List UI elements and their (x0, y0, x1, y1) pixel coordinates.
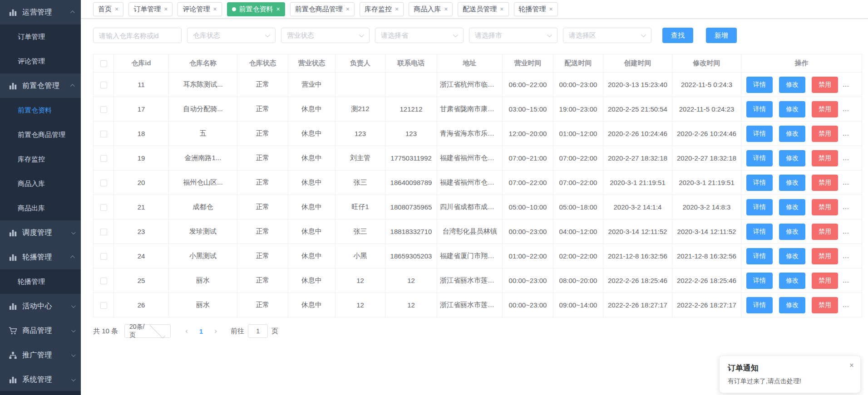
view-tab[interactable]: 评论管理 (178, 2, 222, 16)
sidebar-sub-item[interactable]: 商品入库 (0, 171, 81, 196)
view-tab[interactable]: 库存监控 (360, 2, 404, 16)
row-checkbox[interactable] (100, 253, 107, 260)
disable-button[interactable]: 禁用 (812, 101, 838, 117)
row-checkbox[interactable] (100, 155, 107, 162)
disable-button[interactable]: 禁用 (812, 273, 838, 289)
sidebar-group-head[interactable]: 推广管理 (0, 343, 81, 367)
find-button[interactable]: 查找 (662, 28, 693, 43)
close-icon[interactable] (444, 6, 448, 12)
sidebar-group-head[interactable]: 商品管理 (0, 318, 81, 343)
row-checkbox[interactable] (100, 278, 107, 284)
notification-message[interactable]: 有订单过来了,请点击处理! (728, 377, 852, 385)
close-icon[interactable] (346, 6, 350, 12)
toggle-business-button[interactable]: 营业 (845, 248, 862, 264)
toggle-business-button[interactable]: 营业 (845, 101, 862, 117)
detail-button[interactable]: 详情 (746, 77, 773, 93)
close-icon[interactable] (849, 361, 854, 369)
detail-button[interactable]: 详情 (746, 101, 773, 117)
toggle-business-button[interactable]: 营业 (845, 126, 862, 142)
disable-button[interactable]: 禁用 (812, 126, 838, 142)
view-tab[interactable]: 首页 (93, 2, 123, 16)
disable-button[interactable]: 禁用 (812, 77, 838, 93)
sidebar-sub-item[interactable]: 订单管理 (0, 24, 81, 49)
close-icon[interactable] (549, 6, 553, 12)
view-tab[interactable]: 前置仓商品管理 (290, 2, 355, 16)
edit-button[interactable]: 修改 (779, 77, 805, 93)
detail-button[interactable]: 详情 (746, 297, 773, 313)
toggle-business-button[interactable]: 营业 (845, 175, 862, 191)
view-tab[interactable]: 前置仓资料 (227, 2, 285, 16)
detail-button[interactable]: 详情 (746, 126, 773, 142)
next-page-icon[interactable] (208, 327, 223, 336)
detail-button[interactable]: 详情 (746, 199, 773, 215)
filter-select[interactable]: 请选择省 (375, 28, 464, 43)
prev-page-icon[interactable] (179, 327, 194, 336)
row-checkbox[interactable] (100, 180, 107, 186)
close-icon[interactable] (500, 6, 503, 12)
edit-button[interactable]: 修改 (779, 101, 805, 117)
disable-button[interactable]: 禁用 (812, 248, 838, 264)
disable-button[interactable]: 禁用 (812, 175, 838, 191)
detail-button[interactable]: 详情 (746, 224, 773, 240)
row-checkbox[interactable] (100, 204, 107, 211)
sidebar-group-head[interactable]: 活动中心 (0, 294, 81, 318)
toggle-business-button[interactable]: 营业 (845, 224, 862, 240)
edit-button[interactable]: 修改 (779, 126, 805, 142)
toggle-business-button[interactable]: 营业 (845, 199, 862, 215)
detail-button[interactable]: 详情 (746, 150, 773, 166)
filter-select[interactable]: 仓库状态 (187, 28, 276, 43)
close-icon[interactable] (115, 6, 118, 12)
sidebar-group-head[interactable]: 系统管理 (0, 367, 81, 392)
row-checkbox[interactable] (100, 131, 107, 137)
select-all-checkbox[interactable] (100, 60, 107, 67)
sidebar-sub-item[interactable]: 前置仓资料 (0, 98, 81, 122)
disable-button[interactable]: 禁用 (812, 199, 838, 215)
toggle-business-button[interactable]: 营业 (845, 297, 862, 313)
sidebar-group-head[interactable]: 调度管理 (0, 220, 81, 245)
close-icon[interactable] (276, 6, 280, 12)
view-tab[interactable]: 商品入库 (409, 2, 453, 16)
row-checkbox[interactable] (100, 302, 107, 309)
close-icon[interactable] (395, 6, 399, 12)
sidebar-group-head[interactable]: 前置仓管理 (0, 73, 81, 98)
disable-button[interactable]: 禁用 (812, 224, 838, 240)
row-checkbox[interactable] (100, 229, 107, 235)
view-tab[interactable]: 订单管理 (128, 2, 173, 16)
filter-select[interactable]: 请选择市 (469, 28, 557, 43)
row-checkbox[interactable] (100, 106, 107, 113)
goto-page-input[interactable] (248, 324, 268, 338)
edit-button[interactable]: 修改 (779, 199, 805, 215)
view-tab[interactable]: 轮播管理 (514, 2, 558, 16)
edit-button[interactable]: 修改 (779, 248, 805, 264)
edit-button[interactable]: 修改 (779, 150, 805, 166)
close-icon[interactable] (213, 6, 217, 12)
current-page[interactable]: 1 (194, 327, 208, 335)
filter-select[interactable]: 营业状态 (281, 28, 370, 43)
edit-button[interactable]: 修改 (779, 175, 805, 191)
detail-button[interactable]: 详情 (746, 175, 773, 191)
close-icon[interactable] (164, 6, 168, 12)
toggle-business-button[interactable]: 营业 (845, 273, 862, 289)
sidebar-sub-item[interactable]: 前置仓商品管理 (0, 122, 81, 147)
warehouse-search-input[interactable] (93, 28, 182, 43)
view-tab[interactable]: 配送员管理 (458, 2, 508, 16)
edit-button[interactable]: 修改 (779, 273, 805, 289)
sidebar-sub-item[interactable]: 轮播管理 (0, 269, 81, 294)
sidebar-sub-item[interactable]: 库存监控 (0, 147, 81, 171)
toggle-business-button[interactable]: 休息 (845, 77, 862, 93)
detail-button[interactable]: 详情 (746, 248, 773, 264)
sidebar-group-head[interactable]: 轮播管理 (0, 245, 81, 269)
disable-button[interactable]: 禁用 (812, 297, 838, 313)
row-checkbox[interactable] (100, 82, 107, 88)
disable-button[interactable]: 禁用 (812, 150, 838, 166)
edit-button[interactable]: 修改 (779, 297, 805, 313)
sidebar-sub-item[interactable]: 商品出库 (0, 196, 81, 220)
detail-button[interactable]: 详情 (746, 273, 773, 289)
sidebar-sub-item[interactable]: 评论管理 (0, 49, 81, 73)
page-size-select[interactable]: 20条/页 (124, 324, 171, 338)
add-button[interactable]: 新增 (706, 28, 737, 43)
filter-select[interactable]: 请选择区 (563, 28, 651, 43)
toggle-business-button[interactable]: 营业 (845, 150, 862, 166)
sidebar-group-head[interactable]: 运营管理 (0, 0, 81, 24)
edit-button[interactable]: 修改 (779, 224, 805, 240)
